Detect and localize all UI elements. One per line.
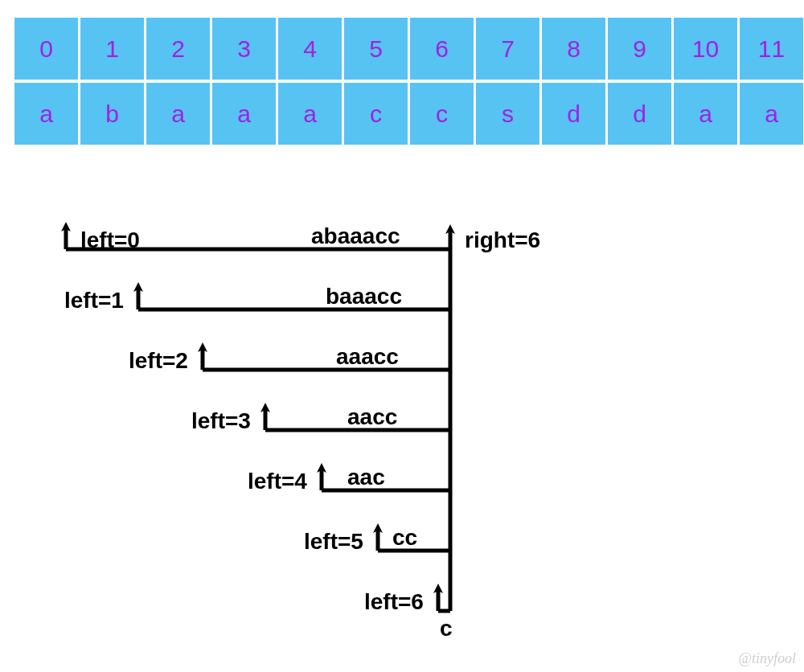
index-cell: 8 [542, 18, 605, 80]
char-cell: d [608, 83, 671, 145]
char-cell: a [14, 83, 78, 145]
substring-3: aacc [347, 406, 397, 428]
char-cell: d [542, 83, 605, 145]
char-cell: a [740, 83, 803, 145]
left-label-3: left=3 [191, 410, 251, 432]
substring-0: abaaacc [311, 225, 400, 248]
index-cell: 4 [278, 18, 342, 80]
index-cell: 1 [80, 18, 144, 80]
left-label-6: left=6 [364, 591, 424, 613]
substring-1: baaacc [326, 285, 402, 308]
char-cell: c [344, 83, 408, 145]
watermark: @tinyfool [738, 650, 796, 667]
left-label-4: left=4 [248, 470, 307, 493]
char-cell: a [212, 83, 276, 145]
right-pointer-label: right=6 [465, 229, 540, 252]
char-row: a b a a a c c s d d a a [14, 83, 804, 145]
char-cell: a [146, 83, 210, 145]
diagram-svg [0, 201, 804, 651]
char-cell: b [80, 83, 144, 145]
index-cell: 0 [14, 18, 78, 80]
left-label-5: left=5 [304, 531, 363, 553]
char-cell: c [410, 83, 474, 145]
left-label-1: left=1 [64, 289, 124, 312]
char-cell: a [278, 83, 342, 145]
sliding-window-diagram: right=6 left=0 left=1 left=2 left=3 left… [0, 201, 804, 651]
index-char-table: 0 1 2 3 4 5 6 7 8 9 10 11 a b a a a c c … [14, 18, 804, 145]
index-cell: 7 [476, 18, 539, 80]
left-label-0: left=0 [80, 229, 140, 252]
char-cell: a [674, 83, 737, 145]
index-cell: 9 [608, 18, 671, 80]
index-cell: 6 [410, 18, 474, 80]
index-cell: 10 [674, 18, 737, 80]
substring-5: cc [392, 527, 417, 549]
left-label-2: left=2 [129, 350, 188, 372]
char-cell: s [476, 83, 539, 145]
bottom-char: c [440, 617, 453, 640]
substring-2: aaacc [336, 346, 399, 368]
index-cell: 5 [344, 18, 408, 80]
index-cell: 11 [740, 18, 803, 80]
substring-4: aac [347, 466, 385, 489]
index-row: 0 1 2 3 4 5 6 7 8 9 10 11 [14, 18, 804, 83]
index-cell: 3 [212, 18, 276, 80]
index-cell: 2 [146, 18, 210, 80]
